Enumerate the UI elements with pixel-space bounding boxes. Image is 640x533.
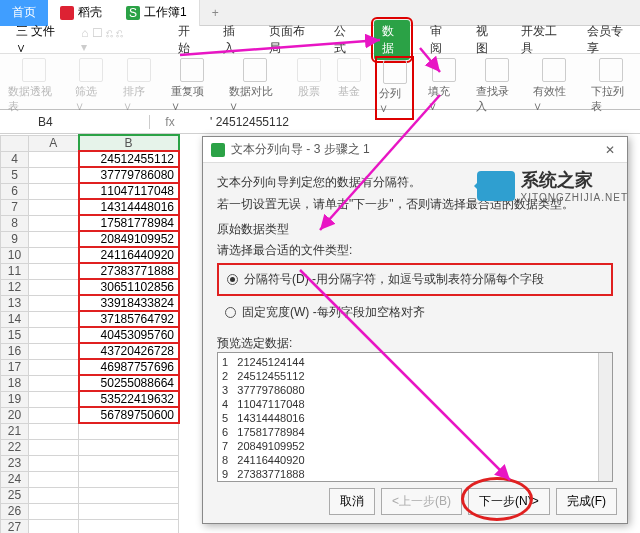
row-header[interactable]: 7 <box>1 199 29 215</box>
cell[interactable]: 56789750600 <box>79 407 179 423</box>
tab-data[interactable]: 数据 <box>374 20 410 60</box>
row-header[interactable]: 6 <box>1 183 29 199</box>
cell[interactable] <box>29 263 79 279</box>
radio-delimited[interactable]: 分隔符号(D) -用分隔字符，如逗号或制表符分隔每个字段 <box>217 263 613 296</box>
row-header[interactable]: 11 <box>1 263 29 279</box>
cell[interactable] <box>29 359 79 375</box>
row-header[interactable]: 22 <box>1 439 29 455</box>
cell[interactable] <box>29 391 79 407</box>
cell[interactable]: 11047117048 <box>79 183 179 199</box>
cell[interactable] <box>29 471 79 487</box>
cell[interactable] <box>29 199 79 215</box>
cell[interactable] <box>29 279 79 295</box>
row-header[interactable]: 18 <box>1 375 29 391</box>
cell[interactable] <box>79 487 179 503</box>
tab-view[interactable]: 视图 <box>470 21 502 59</box>
row-header[interactable]: 20 <box>1 407 29 423</box>
cell[interactable] <box>29 167 79 183</box>
cell[interactable] <box>29 311 79 327</box>
col-header-B[interactable]: B <box>79 135 179 151</box>
row-header[interactable]: 21 <box>1 423 29 439</box>
cell[interactable]: 40453095760 <box>79 327 179 343</box>
cell[interactable] <box>79 471 179 487</box>
cell[interactable] <box>79 439 179 455</box>
tab-start[interactable]: 开始 <box>172 21 204 59</box>
cell[interactable] <box>79 519 179 533</box>
row-header[interactable]: 5 <box>1 167 29 183</box>
cell[interactable]: 30651102856 <box>79 279 179 295</box>
cell[interactable]: 37779786080 <box>79 167 179 183</box>
cancel-button[interactable]: 取消 <box>329 488 375 515</box>
tab-devtools[interactable]: 开发工具 <box>515 21 566 59</box>
row-header[interactable]: 26 <box>1 503 29 519</box>
radio-fixed-width[interactable]: 固定宽度(W) -每列字段加空格对齐 <box>217 300 613 325</box>
tab-insert[interactable]: 插入 <box>217 21 249 59</box>
col-header-A[interactable]: A <box>29 135 79 151</box>
row-header[interactable]: 13 <box>1 295 29 311</box>
cell[interactable]: 46987757696 <box>79 359 179 375</box>
cell[interactable] <box>29 455 79 471</box>
cell[interactable]: 33918433824 <box>79 295 179 311</box>
row-header[interactable]: 25 <box>1 487 29 503</box>
cell[interactable] <box>29 327 79 343</box>
cell[interactable] <box>79 423 179 439</box>
tab-review[interactable]: 审阅 <box>424 21 456 59</box>
row-header[interactable]: 19 <box>1 391 29 407</box>
cell[interactable]: 24512455112 <box>79 151 179 167</box>
cell[interactable] <box>29 407 79 423</box>
cell[interactable] <box>29 487 79 503</box>
spreadsheet-grid[interactable]: AB42451245511253777978608061104711704871… <box>0 134 180 533</box>
cell[interactable] <box>29 343 79 359</box>
ribbon-重复项[interactable]: 重复项 ∨ <box>171 58 213 114</box>
scrollbar[interactable] <box>598 353 612 481</box>
cell[interactable]: 24116440920 <box>79 247 179 263</box>
file-menu[interactable]: 三 文件 ∨ <box>8 21 67 59</box>
cell[interactable]: 43720426728 <box>79 343 179 359</box>
finish-button[interactable]: 完成(F) <box>556 488 617 515</box>
cell[interactable]: 50255088664 <box>79 375 179 391</box>
close-icon[interactable]: ✕ <box>601 143 619 157</box>
cell[interactable]: 27383771888 <box>79 263 179 279</box>
next-button[interactable]: 下一步(N)> <box>468 488 550 515</box>
tab-member[interactable]: 会员专享 <box>581 21 632 59</box>
row-header[interactable]: 12 <box>1 279 29 295</box>
row-header[interactable]: 24 <box>1 471 29 487</box>
row-header[interactable]: 14 <box>1 311 29 327</box>
cell[interactable] <box>29 503 79 519</box>
cell[interactable]: 53522419632 <box>79 391 179 407</box>
ribbon-填充[interactable]: 填充 ∨ <box>428 58 460 114</box>
cell[interactable] <box>29 215 79 231</box>
row-header[interactable]: 27 <box>1 519 29 533</box>
cell[interactable] <box>29 375 79 391</box>
row-header[interactable]: 4 <box>1 151 29 167</box>
ribbon-下拉列表[interactable]: 下拉列表 <box>591 58 632 114</box>
row-header[interactable]: 17 <box>1 359 29 375</box>
row-header[interactable]: 10 <box>1 247 29 263</box>
cell[interactable] <box>29 423 79 439</box>
tab-formula[interactable]: 公式 <box>328 21 360 59</box>
ribbon-有效性[interactable]: 有效性 ∨ <box>533 58 575 114</box>
cell[interactable] <box>29 295 79 311</box>
cell[interactable]: 37185764792 <box>79 311 179 327</box>
cell[interactable] <box>29 183 79 199</box>
cell[interactable] <box>29 151 79 167</box>
row-header[interactable]: 15 <box>1 327 29 343</box>
cell[interactable] <box>29 231 79 247</box>
name-box[interactable]: B4 <box>0 115 150 129</box>
row-header[interactable]: 16 <box>1 343 29 359</box>
cell[interactable] <box>79 455 179 471</box>
ribbon-数据对比[interactable]: 数据对比 ∨ <box>229 58 281 114</box>
ribbon-分列[interactable]: 分列 ∨ <box>377 58 413 118</box>
cell[interactable] <box>29 439 79 455</box>
row-header[interactable]: 8 <box>1 215 29 231</box>
cell[interactable] <box>79 503 179 519</box>
cell[interactable]: 17581778984 <box>79 215 179 231</box>
cell[interactable]: 20849109952 <box>79 231 179 247</box>
tab-pagelayout[interactable]: 页面布局 <box>263 21 314 59</box>
cell[interactable] <box>29 519 79 533</box>
cell[interactable] <box>29 247 79 263</box>
row-header[interactable]: 9 <box>1 231 29 247</box>
row-header[interactable]: 23 <box>1 455 29 471</box>
formula-bar[interactable]: ' 24512455112 <box>190 115 289 129</box>
cell[interactable]: 14314448016 <box>79 199 179 215</box>
